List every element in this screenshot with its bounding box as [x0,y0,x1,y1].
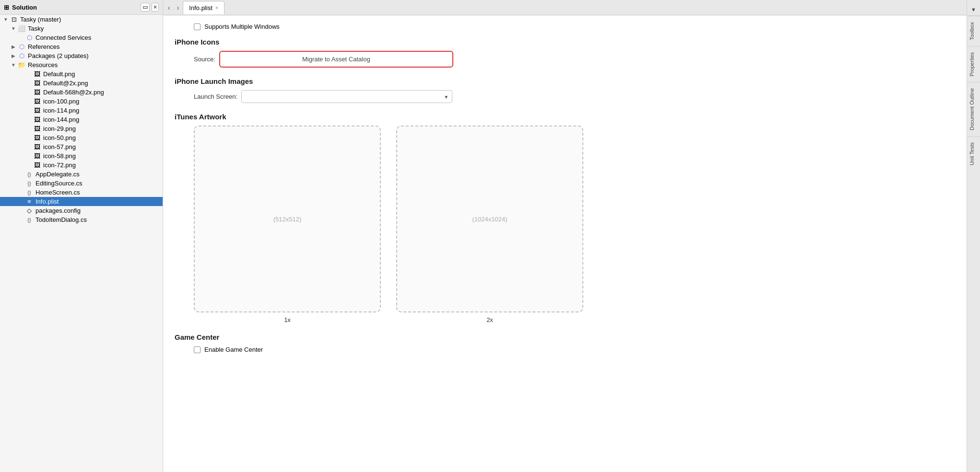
homescreen-label: HomeScreen.cs [35,189,80,196]
sidebar-item-references[interactable]: ▶ ⬡ References [0,42,163,51]
supports-multiple-windows-row: Supports Multiple Windows [194,23,955,30]
right-panel-document-outline[interactable]: Document Outline [967,82,980,136]
artwork-1x-size-label: (512x512) [273,216,302,223]
sidebar-item-app-delegate[interactable]: {} AppDelegate.cs [0,170,163,179]
sidebar-item-resources[interactable]: ▼ 📁 Resources [0,60,163,69]
default-png-icon: 🖼 [33,70,41,78]
project-expand-arrow: ▼ [10,26,17,31]
icon144-icon: 🖼 [33,116,41,123]
icon100-label: icon-100.png [43,98,79,105]
sidebar-item-icon-114[interactable]: 🖼 icon-114.png [0,106,163,115]
sidebar-item-default-png[interactable]: 🖼 Default.png [0,69,163,79]
right-panel-arrow[interactable]: ▼ [967,4,980,16]
connected-services-label: Connected Services [35,34,91,41]
iphone-icons-title: iPhone Icons [175,38,955,46]
launch-screen-label: Launch Screen: [194,93,237,100]
artwork-2x-label: 2x [486,316,493,323]
iphone-launch-images-title: iPhone Launch Images [175,77,955,85]
itunes-artwork-section: iTunes Artwork (512x512) 1x (1024x1024) … [175,113,955,323]
editingsource-label: EditingSource.cs [35,180,83,187]
migrate-to-asset-catalog-button[interactable]: Migrate to Asset Catalog [221,53,451,66]
project-node-label: Tasky [28,25,44,32]
solution-expand-arrow: ▼ [2,17,10,22]
sidebar-item-editing-source[interactable]: {} EditingSource.cs [0,179,163,188]
homescreen-icon: {} [25,190,34,196]
sidebar-item-icon-58[interactable]: 🖼 icon-58.png [0,151,163,161]
sidebar-header-icons: ▭ × [141,3,159,12]
enable-game-center-checkbox[interactable] [194,346,201,353]
sidebar-item-default2x-png[interactable]: 🖼 Default@2x.png [0,79,163,88]
icon100-icon: 🖼 [33,98,41,105]
solution-node-label: Tasky (master) [20,16,61,23]
tab-info-plist[interactable]: Info.plist × [183,1,224,14]
game-center-section: Game Center Enable Game Center [175,333,955,353]
sidebar-item-home-screen[interactable]: {} HomeScreen.cs [0,188,163,197]
launch-screen-select-wrapper [241,90,452,103]
editingsource-icon: {} [25,181,34,186]
launch-row: Launch Screen: [194,90,955,103]
todoitemdialog-icon: {} [25,217,34,223]
right-panel-properties[interactable]: Properties [967,46,980,82]
sidebar-item-icon-100[interactable]: 🖼 icon-100.png [0,97,163,106]
references-icon: ⬡ [17,43,26,50]
solution-icon: ⊞ [4,4,9,11]
sidebar-item-packages-config[interactable]: ◇ packages.config [0,206,163,215]
forward-button[interactable]: › [174,3,182,12]
infoplist-label: Info.plist [35,198,59,205]
sidebar-item-packages[interactable]: ▶ ⬡ Packages (2 updates) [0,51,163,60]
sidebar-item-icon-57[interactable]: 🖼 icon-57.png [0,142,163,151]
sidebar-item-info-plist[interactable]: ≡ Info.plist [0,197,163,206]
supports-multiple-windows-label: Supports Multiple Windows [204,23,280,30]
sidebar-header-left: ⊞ Solution [4,4,37,11]
infoplist-icon: ≡ [25,198,34,205]
icon58-icon: 🖼 [33,152,41,160]
icon57-icon: 🖼 [33,143,41,150]
close-icon[interactable]: × [152,3,159,12]
sidebar-item-default-568h[interactable]: 🖼 Default-568h@2x.png [0,88,163,97]
default568h-label: Default-568h@2x.png [43,89,104,96]
project-node[interactable]: ▼ ⬜ Tasky [0,24,163,33]
right-panel-unit-tests[interactable]: Unit Tests [967,136,980,171]
sidebar-item-connected-services[interactable]: ⬡ Connected Services [0,33,163,42]
default2x-label: Default@2x.png [43,80,88,87]
right-panel: ▼ Toolbox Properties Document Outline Un… [967,0,980,472]
connected-services-icon: ⬡ [25,34,34,41]
artwork-item-2x: (1024x1024) 2x [396,126,583,323]
tab-bar: ‹ › Info.plist × [163,0,967,15]
packages-label: Packages (2 updates) [28,52,88,59]
packages-expand: ▶ [10,53,17,58]
sidebar-header: ⊞ Solution ▭ × [0,0,163,15]
supports-multiple-windows-checkbox[interactable] [194,23,201,30]
iphone-icons-section: iPhone Icons Source: Migrate to Asset Ca… [175,38,955,68]
sidebar-item-todoitem-dialog[interactable]: {} TodoItemDialog.cs [0,215,163,224]
resources-label: Resources [28,61,58,69]
main-panel: ‹ › Info.plist × Supports Multiple Windo… [163,0,967,472]
icon72-label: icon-72.png [43,161,76,169]
sidebar-item-icon-144[interactable]: 🖼 icon-144.png [0,115,163,124]
packagesconfig-label: packages.config [35,207,81,214]
default568h-icon: 🖼 [33,89,41,96]
icon114-icon: 🖼 [33,107,41,114]
launch-screen-select[interactable] [241,90,452,103]
appdelegate-icon: {} [25,172,34,177]
game-center-row: Enable Game Center [194,346,955,353]
project-node-icon: ⬜ [17,25,26,32]
solution-node[interactable]: ▼ ⊡ Tasky (master) [0,15,163,24]
resources-icon: 📁 [17,61,26,69]
tab-close-button[interactable]: × [215,5,218,11]
artwork-box-2x[interactable]: (1024x1024) [396,126,583,312]
tab-label: Info.plist [189,4,212,12]
sidebar-item-icon-50[interactable]: 🖼 icon-50.png [0,133,163,142]
collapse-icon[interactable]: ▭ [141,3,150,12]
icon29-label: icon-29.png [43,125,76,132]
artwork-box-1x[interactable]: (512x512) [194,126,381,312]
back-button[interactable]: ‹ [165,3,173,12]
sidebar-item-icon-72[interactable]: 🖼 icon-72.png [0,161,163,170]
icon50-icon: 🖼 [33,134,41,141]
references-label: References [28,43,59,50]
right-panel-toolbox[interactable]: Toolbox [967,16,980,46]
sidebar: ⊞ Solution ▭ × ▼ ⊡ Tasky (master) ▼ ⬜ Ta… [0,0,163,472]
iphone-launch-images-section: iPhone Launch Images Launch Screen: [175,77,955,103]
sidebar-item-icon-29[interactable]: 🖼 icon-29.png [0,124,163,133]
resources-expand: ▼ [10,62,17,68]
